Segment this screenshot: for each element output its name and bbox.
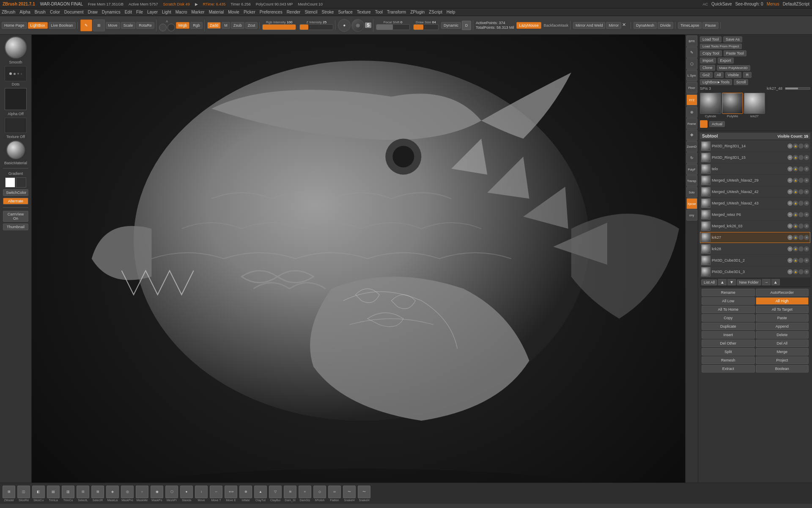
menu-item-draw[interactable]: Draw [88,10,97,14]
copy-btn[interactable]: Copy [702,314,755,322]
menu-item-brush[interactable]: Brush [35,10,46,14]
bottom-tool-maskme[interactable]: ○ MaskMe [135,485,149,502]
subtool-eye-6[interactable]: 👁 [787,212,793,217]
subtool-color-1[interactable] [798,155,804,160]
menu-item-movie[interactable]: Movie [228,10,239,14]
actual-btn[interactable]: Actual [709,121,725,127]
new-folder-btn[interactable]: New Folder [737,279,761,285]
subtool-eye2-5[interactable]: 👁 [804,201,809,206]
subtool-item-2[interactable]: telo 👁 🔒 👁 [700,163,810,174]
swatch-white[interactable] [5,177,15,188]
subtool-eye2-4[interactable]: 👁 [804,189,809,194]
cam-view-btn[interactable]: CamView On [3,211,28,222]
menu-item-render[interactable]: Render [287,10,301,14]
subtool-lock-6[interactable]: 🔒 [793,212,798,217]
subtool-item-4[interactable]: Merged_UMesh_hlava2_42 👁 🔒 👁 [700,186,810,197]
rotate-btn[interactable]: RotaRe [136,22,154,29]
rgb-btn[interactable]: Rgb [190,22,203,29]
move-btn[interactable]: Move [106,22,120,29]
all-to-home-btn[interactable]: All To Home [702,306,755,313]
subtool-lock-0[interactable]: 🔒 [793,144,798,149]
subtool-item-5[interactable]: Merged_UMesh_hlava2_43 👁 🔒 👁 [700,198,810,209]
draw-size-slider[interactable] [413,24,439,30]
all-low-btn[interactable]: All Low [702,297,755,305]
subtool-color-10[interactable] [798,258,804,263]
subtool-item-10[interactable]: PM3D_Cube3D1_2 👁 🔒 👁 [700,255,810,266]
subtool-item-1[interactable]: PM3D_Ring3D1_15 👁 🔒 👁 [700,152,810,163]
subtool-item-9[interactable]: krk28 👁 🔒 👁 [700,243,810,254]
thumb-krk27[interactable] [744,93,765,114]
pause-btn[interactable]: Pause [702,22,719,29]
visible-btn[interactable]: Visible [725,72,741,78]
zoom-btn[interactable]: ⊕ [686,107,697,118]
list-all-btn[interactable]: List All [701,279,717,285]
bottom-tool-meshpr[interactable]: ⬡ MeshPr [165,485,179,502]
subtool-eye-10[interactable]: 👁 [787,258,793,263]
live-boolean-btn[interactable]: Live Boolean [49,22,76,29]
subtool-eye-7[interactable]: 👁 [787,224,793,229]
subtool-eye-2[interactable]: 👁 [787,166,793,171]
duplicate-btn[interactable]: Duplicate [702,323,755,330]
subtool-eye2-0[interactable]: 👁 [804,144,809,149]
subtool-eye-8[interactable]: 👁 [787,235,793,240]
list-up-btn[interactable]: ▲ [718,279,727,285]
polyf-btn[interactable]: PolyF [686,164,697,175]
subtool-lock-1[interactable]: 🔒 [793,155,798,160]
subtool-eye-11[interactable]: 👁 [787,269,793,274]
subtool-color-5[interactable] [798,201,804,206]
folder-action-btn[interactable]: → [762,279,771,285]
bottom-tool-trimcu[interactable]: ▥ TrimCu [61,485,75,502]
bottom-tool-claytut[interactable]: ▲ ClayTut [253,485,268,502]
canvas-area[interactable] [32,35,685,483]
texture-thumb[interactable] [5,118,27,133]
paste-btn[interactable]: Paste [756,314,809,322]
mrgb-btn[interactable]: Mrgb [176,22,190,29]
menu-item-file[interactable]: File [136,10,143,14]
bottom-tool-snakeh[interactable]: 〜 SnakeH [357,485,371,502]
remesh-btn[interactable]: Remesh [702,356,755,364]
actual-orange-btn[interactable] [700,120,708,128]
subtool-eye-9[interactable]: 👁 [787,246,793,251]
bottom-tool-move[interactable]: ↕ Move [194,485,208,502]
menu-item-edit[interactable]: Edit [125,10,132,14]
subtool-eye-0[interactable]: 👁 [787,144,793,149]
lightbox-tools-btn[interactable]: Lightbox►Tools [700,79,732,85]
rename-btn[interactable]: Rename [702,289,755,296]
zoomd-btn[interactable]: ZoomD [686,141,697,152]
all-btn[interactable]: All [714,72,724,78]
material-ball[interactable] [6,141,25,159]
swatch-dark[interactable] [16,177,26,188]
split-btn[interactable]: Split [702,348,755,356]
subtool-lock-3[interactable]: 🔒 [793,178,798,183]
subtool-eye2-3[interactable]: 👁 [804,178,809,183]
zcut-btn[interactable]: Zcut [245,22,258,29]
subtool-eye-1[interactable]: 👁 [787,155,793,160]
xyz-btn[interactable]: XYZ [686,94,697,105]
menu-item-surface[interactable]: Surface [338,10,352,14]
subtool-color-6[interactable] [798,212,804,217]
subtool-eye-3[interactable]: 👁 [787,178,793,183]
default-script-btn[interactable]: DefaultZScript [783,2,809,6]
bottom-tool-inflate[interactable]: ⊕ Inflate [239,485,253,502]
merge-btn[interactable]: Merge [756,348,809,356]
menu-item-zbrush[interactable]: ZBrush [2,10,15,14]
menu-item-preferences[interactable]: Preferences [260,10,283,14]
subtool-eye2-7[interactable]: 👁 [804,224,809,229]
extract-btn[interactable]: Extract [702,365,755,373]
subtool-eye-5[interactable]: 👁 [787,201,793,206]
smooth-brush-ball[interactable] [5,36,27,58]
subtool-lock-4[interactable]: 🔒 [793,189,798,194]
project-btn[interactable]: Project [756,356,809,364]
menu-item-tool[interactable]: Tool [375,10,383,14]
bottom-tool-maskpo[interactable]: ◉ MaskPo [150,485,164,502]
menu-item-alpha[interactable]: Alpha [19,10,30,14]
export-btn[interactable]: Export [718,58,734,64]
subtool-color-3[interactable] [798,178,804,183]
menu-item-color[interactable]: Color [50,10,60,14]
subtool-lock-7[interactable]: 🔒 [793,224,798,229]
copy-tool-btn[interactable]: Copy Tool [700,50,722,56]
bottom-tool-slicecu[interactable]: ◧ SliceCu [31,485,46,502]
see-through-btn[interactable]: See-through: 0 [735,2,763,6]
zsub-btn[interactable]: Zsub [231,22,244,29]
goz-btn[interactable]: GoZ [700,72,713,78]
